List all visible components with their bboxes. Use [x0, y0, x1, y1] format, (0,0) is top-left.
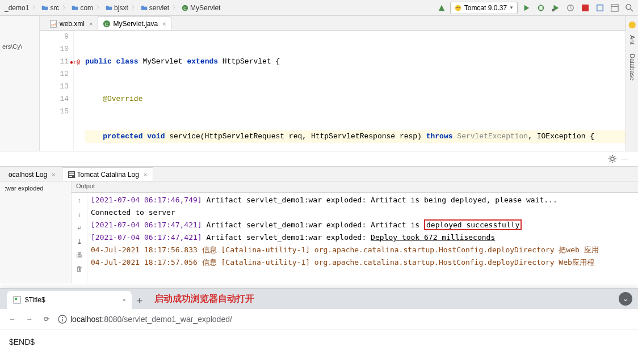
scroll-up-icon[interactable]: ↑ [74, 195, 85, 206]
scroll-down-icon[interactable]: ↓ [74, 209, 85, 220]
svg-point-2 [455, 5, 461, 11]
svg-rect-24 [15, 298, 17, 300]
layout-button[interactable] [608, 2, 621, 14]
svg-rect-22 [69, 176, 72, 177]
breadcrumb: _demo1 〉 src 〉 com 〉 bjsxt 〉 servlet 〉 C… [2, 3, 435, 13]
xml-file-icon: xml [49, 20, 57, 28]
gear-icon[interactable] [606, 153, 619, 165]
svg-point-18 [611, 157, 614, 160]
svg-rect-10 [611, 4, 618, 11]
svg-text:C: C [183, 6, 187, 11]
file-tab-myservlet[interactable]: C MyServlet.java × [98, 16, 171, 30]
debug-button[interactable] [535, 2, 547, 14]
crumb-bjsxt[interactable]: bjsxt [103, 3, 131, 13]
code-editor[interactable]: 9 10 11●↑@ 12 13 14 15 public class MySe… [40, 31, 626, 151]
update-button[interactable] [594, 2, 606, 14]
run-coverage-button[interactable] [549, 2, 562, 14]
hide-panel-icon[interactable]: — [619, 153, 631, 165]
svg-point-12 [626, 4, 631, 9]
localhost-log-tab[interactable]: ocalhost Log× [2, 167, 62, 181]
svg-rect-21 [69, 174, 74, 175]
database-tool-tab[interactable]: Database [629, 52, 636, 83]
deployment-label: :war exploded [0, 181, 72, 283]
crumb-com[interactable]: com [69, 3, 95, 13]
file-tab-webxml[interactable]: xml web.xml × [44, 16, 98, 30]
crumb-class[interactable]: CMyServlet [179, 3, 223, 13]
override-gutter-icon[interactable]: ●↑@ [70, 57, 80, 69]
chevron-right-icon: 〉 [96, 4, 102, 12]
soft-wrap-icon[interactable]: ⤶ [74, 222, 85, 234]
project-panel-collapsed[interactable]: ers\Cy\ [0, 16, 40, 151]
output-header: Output [72, 181, 638, 193]
search-icon[interactable] [623, 2, 636, 14]
java-class-icon: C [103, 20, 111, 28]
scroll-to-end-icon[interactable]: ⤓ [74, 236, 85, 247]
close-icon[interactable]: × [89, 20, 93, 27]
svg-point-4 [459, 7, 460, 8]
new-tab-button[interactable]: + [132, 293, 148, 309]
crumb-src[interactable]: src [39, 3, 61, 13]
clear-icon[interactable]: 🗑 [74, 263, 85, 274]
run-button[interactable] [520, 2, 532, 14]
profile-button[interactable] [564, 2, 577, 14]
page-body: $END$ [0, 329, 638, 354]
annotation-text: 启动成功浏览器自动打开 [154, 293, 254, 305]
log-icon [68, 171, 75, 178]
chevron-right-icon: 〉 [173, 4, 178, 12]
tomcat-icon [454, 4, 462, 12]
browser-tab[interactable]: $Title$ × [7, 291, 132, 309]
svg-rect-27 [62, 319, 62, 321]
reload-button[interactable]: ⟳ [41, 315, 52, 323]
ant-tool-tab[interactable]: Ant [629, 33, 636, 47]
close-icon[interactable]: × [123, 297, 126, 303]
close-icon[interactable]: × [144, 171, 147, 178]
console-output[interactable]: [2021-07-04 06:17:46,749] Artifact servl… [87, 193, 638, 283]
run-config-selector[interactable]: Tomcat 9.0.37 ▼ [450, 2, 518, 14]
back-button[interactable]: ← [7, 315, 18, 323]
build-icon[interactable] [435, 2, 448, 14]
chevron-right-icon: 〉 [32, 4, 38, 12]
tab-list-button[interactable]: ⌄ [619, 292, 632, 306]
catalina-log-tab[interactable]: Tomcat Catalina Log× [62, 167, 154, 181]
svg-point-26 [62, 317, 63, 318]
svg-text:C: C [105, 21, 108, 27]
close-icon[interactable]: × [162, 20, 166, 27]
svg-rect-20 [69, 172, 74, 173]
crumb-project[interactable]: _demo1 [2, 3, 31, 13]
svg-point-3 [456, 7, 457, 8]
svg-rect-9 [597, 5, 603, 11]
svg-rect-8 [582, 5, 589, 11]
ide-notification-icon[interactable]: ⬤ [628, 20, 636, 28]
chevron-down-icon: ▼ [509, 5, 514, 10]
svg-text:xml: xml [51, 22, 56, 26]
browser-window: $Title$ × + 启动成功浏览器自动打开 ⌄ ← → ⟳ localhos… [0, 288, 638, 364]
print-icon[interactable]: 🖶 [74, 249, 85, 261]
info-icon[interactable] [58, 315, 67, 324]
address-bar[interactable]: localhost:8080/servlet_demo1_war_explode… [58, 315, 631, 324]
highlight-deployed: deployed successfully [424, 219, 522, 230]
page-icon [12, 295, 22, 304]
close-icon[interactable]: × [52, 171, 55, 178]
chevron-right-icon: 〉 [132, 4, 137, 12]
crumb-servlet[interactable]: servlet [138, 3, 171, 13]
forward-button[interactable]: → [24, 315, 35, 323]
line-gutter: 9 10 11●↑@ 12 13 14 15 [40, 31, 74, 151]
chevron-right-icon: 〉 [62, 4, 68, 12]
svg-line-13 [631, 9, 633, 11]
stop-button[interactable] [579, 2, 591, 14]
svg-rect-6 [552, 9, 555, 11]
